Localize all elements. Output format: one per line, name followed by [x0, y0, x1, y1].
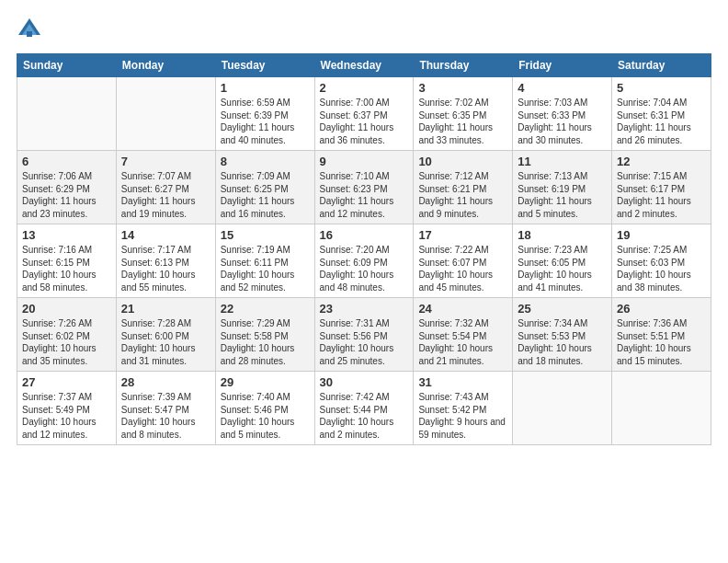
day-info: Sunrise: 6:59 AM Sunset: 6:39 PM Dayligh… [221, 97, 310, 146]
day-number: 21 [121, 302, 210, 316]
day-number: 30 [320, 375, 409, 389]
day-number: 18 [518, 228, 607, 242]
day-info: Sunrise: 7:20 AM Sunset: 6:09 PM Dayligh… [320, 244, 409, 293]
calendar-cell: 23Sunrise: 7:31 AM Sunset: 5:56 PM Dayli… [314, 298, 414, 372]
calendar-cell: 24Sunrise: 7:32 AM Sunset: 5:54 PM Dayli… [414, 298, 513, 372]
day-number: 26 [617, 302, 706, 316]
calendar-cell: 3Sunrise: 7:02 AM Sunset: 6:35 PM Daylig… [414, 77, 513, 151]
day-info: Sunrise: 7:15 AM Sunset: 6:17 PM Dayligh… [617, 170, 706, 220]
calendar-cell: 8Sunrise: 7:09 AM Sunset: 6:25 PM Daylig… [215, 151, 314, 224]
day-info: Sunrise: 7:00 AM Sunset: 6:37 PM Dayligh… [320, 97, 409, 146]
day-info: Sunrise: 7:06 AM Sunset: 6:29 PM Dayligh… [22, 170, 111, 220]
day-info: Sunrise: 7:22 AM Sunset: 6:07 PM Dayligh… [418, 244, 507, 293]
calendar-cell: 1Sunrise: 6:59 AM Sunset: 6:39 PM Daylig… [215, 77, 314, 151]
calendar-cell: 28Sunrise: 7:39 AM Sunset: 5:47 PM Dayli… [116, 372, 215, 445]
calendar-cell: 4Sunrise: 7:03 AM Sunset: 6:33 PM Daylig… [513, 77, 612, 151]
calendar-cell: 2Sunrise: 7:00 AM Sunset: 6:37 PM Daylig… [314, 77, 414, 151]
header [17, 17, 711, 42]
day-number: 5 [617, 81, 706, 95]
day-info: Sunrise: 7:02 AM Sunset: 6:35 PM Dayligh… [418, 97, 507, 146]
page: SundayMondayTuesdayWednesdayThursdayFrid… [0, 0, 728, 454]
calendar-cell: 15Sunrise: 7:19 AM Sunset: 6:11 PM Dayli… [215, 224, 314, 298]
day-number: 4 [518, 81, 607, 95]
column-header-wednesday: Wednesday [314, 54, 414, 77]
calendar-cell [612, 372, 711, 445]
calendar-cell: 16Sunrise: 7:20 AM Sunset: 6:09 PM Dayli… [314, 224, 414, 298]
calendar-cell: 27Sunrise: 7:37 AM Sunset: 5:49 PM Dayli… [17, 372, 117, 445]
column-header-thursday: Thursday [414, 54, 513, 77]
calendar-cell: 14Sunrise: 7:17 AM Sunset: 6:13 PM Dayli… [116, 224, 215, 298]
calendar-cell: 29Sunrise: 7:40 AM Sunset: 5:46 PM Dayli… [215, 372, 314, 445]
logo-icon [17, 17, 42, 42]
calendar-cell: 13Sunrise: 7:16 AM Sunset: 6:15 PM Dayli… [17, 224, 117, 298]
day-number: 23 [320, 302, 409, 316]
day-number: 14 [121, 228, 210, 242]
calendar-cell: 21Sunrise: 7:28 AM Sunset: 6:00 PM Dayli… [116, 298, 215, 372]
day-number: 10 [418, 155, 507, 168]
calendar-cell: 26Sunrise: 7:36 AM Sunset: 5:51 PM Dayli… [612, 298, 711, 372]
day-number: 22 [221, 302, 310, 316]
day-number: 29 [221, 375, 310, 389]
day-info: Sunrise: 7:40 AM Sunset: 5:46 PM Dayligh… [221, 391, 310, 441]
calendar-cell: 19Sunrise: 7:25 AM Sunset: 6:03 PM Dayli… [612, 224, 711, 298]
day-info: Sunrise: 7:13 AM Sunset: 6:19 PM Dayligh… [518, 170, 607, 220]
day-number: 2 [320, 81, 409, 95]
calendar-table: SundayMondayTuesdayWednesdayThursdayFrid… [17, 53, 711, 445]
day-number: 15 [221, 228, 310, 242]
day-number: 1 [221, 81, 310, 95]
day-number: 24 [418, 302, 507, 316]
day-number: 19 [617, 228, 706, 242]
day-number: 28 [121, 375, 210, 389]
day-number: 6 [22, 155, 111, 168]
day-number: 17 [418, 228, 507, 242]
svg-rect-2 [27, 31, 32, 37]
day-info: Sunrise: 7:32 AM Sunset: 5:54 PM Dayligh… [418, 317, 507, 367]
day-info: Sunrise: 7:34 AM Sunset: 5:53 PM Dayligh… [518, 317, 607, 367]
day-number: 20 [22, 302, 111, 316]
column-header-tuesday: Tuesday [215, 54, 314, 77]
calendar-cell: 9Sunrise: 7:10 AM Sunset: 6:23 PM Daylig… [314, 151, 414, 224]
day-info: Sunrise: 7:36 AM Sunset: 5:51 PM Dayligh… [617, 317, 706, 367]
day-info: Sunrise: 7:31 AM Sunset: 5:56 PM Dayligh… [320, 317, 409, 367]
day-info: Sunrise: 7:28 AM Sunset: 6:00 PM Dayligh… [121, 317, 210, 367]
day-number: 8 [221, 155, 310, 168]
calendar-cell: 11Sunrise: 7:13 AM Sunset: 6:19 PM Dayli… [513, 151, 612, 224]
day-info: Sunrise: 7:12 AM Sunset: 6:21 PM Dayligh… [418, 170, 507, 220]
day-number: 11 [518, 155, 607, 168]
day-number: 31 [418, 375, 507, 389]
day-info: Sunrise: 7:04 AM Sunset: 6:31 PM Dayligh… [617, 97, 706, 146]
day-number: 16 [320, 228, 409, 242]
day-number: 27 [22, 375, 111, 389]
day-info: Sunrise: 7:25 AM Sunset: 6:03 PM Dayligh… [617, 244, 706, 293]
day-info: Sunrise: 7:37 AM Sunset: 5:49 PM Dayligh… [22, 391, 111, 441]
calendar-cell: 7Sunrise: 7:07 AM Sunset: 6:27 PM Daylig… [116, 151, 215, 224]
day-info: Sunrise: 7:03 AM Sunset: 6:33 PM Dayligh… [518, 97, 607, 146]
calendar-cell: 30Sunrise: 7:42 AM Sunset: 5:44 PM Dayli… [314, 372, 414, 445]
day-info: Sunrise: 7:39 AM Sunset: 5:47 PM Dayligh… [121, 391, 210, 441]
day-number: 13 [22, 228, 111, 242]
column-header-sunday: Sunday [17, 54, 117, 77]
calendar-cell [116, 77, 215, 151]
calendar-cell: 10Sunrise: 7:12 AM Sunset: 6:21 PM Dayli… [414, 151, 513, 224]
calendar-week-row: 27Sunrise: 7:37 AM Sunset: 5:49 PM Dayli… [17, 372, 711, 445]
day-info: Sunrise: 7:10 AM Sunset: 6:23 PM Dayligh… [320, 170, 409, 220]
calendar-week-row: 6Sunrise: 7:06 AM Sunset: 6:29 PM Daylig… [17, 151, 711, 224]
calendar-cell: 25Sunrise: 7:34 AM Sunset: 5:53 PM Dayli… [513, 298, 612, 372]
day-number: 3 [418, 81, 507, 95]
calendar-cell: 5Sunrise: 7:04 AM Sunset: 6:31 PM Daylig… [612, 77, 711, 151]
column-header-friday: Friday [513, 54, 612, 77]
day-info: Sunrise: 7:07 AM Sunset: 6:27 PM Dayligh… [121, 170, 210, 220]
calendar-cell: 6Sunrise: 7:06 AM Sunset: 6:29 PM Daylig… [17, 151, 117, 224]
day-info: Sunrise: 7:16 AM Sunset: 6:15 PM Dayligh… [22, 244, 111, 293]
calendar-cell: 12Sunrise: 7:15 AM Sunset: 6:17 PM Dayli… [612, 151, 711, 224]
calendar-cell: 18Sunrise: 7:23 AM Sunset: 6:05 PM Dayli… [513, 224, 612, 298]
logo [17, 17, 46, 42]
day-number: 7 [121, 155, 210, 168]
day-number: 9 [320, 155, 409, 168]
day-info: Sunrise: 7:09 AM Sunset: 6:25 PM Dayligh… [221, 170, 310, 220]
day-info: Sunrise: 7:23 AM Sunset: 6:05 PM Dayligh… [518, 244, 607, 293]
calendar-header-row: SundayMondayTuesdayWednesdayThursdayFrid… [17, 54, 711, 77]
day-info: Sunrise: 7:29 AM Sunset: 5:58 PM Dayligh… [221, 317, 310, 367]
day-number: 25 [518, 302, 607, 316]
calendar-cell [17, 77, 117, 151]
